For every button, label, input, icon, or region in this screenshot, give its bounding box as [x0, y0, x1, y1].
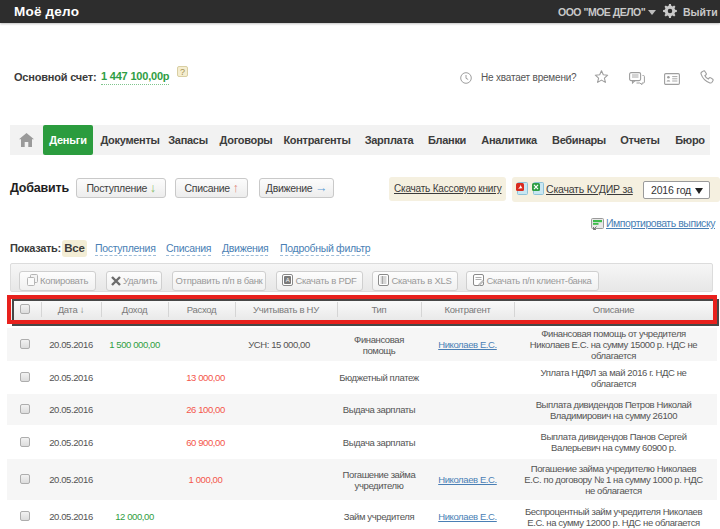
svg-text:A: A	[286, 277, 290, 283]
